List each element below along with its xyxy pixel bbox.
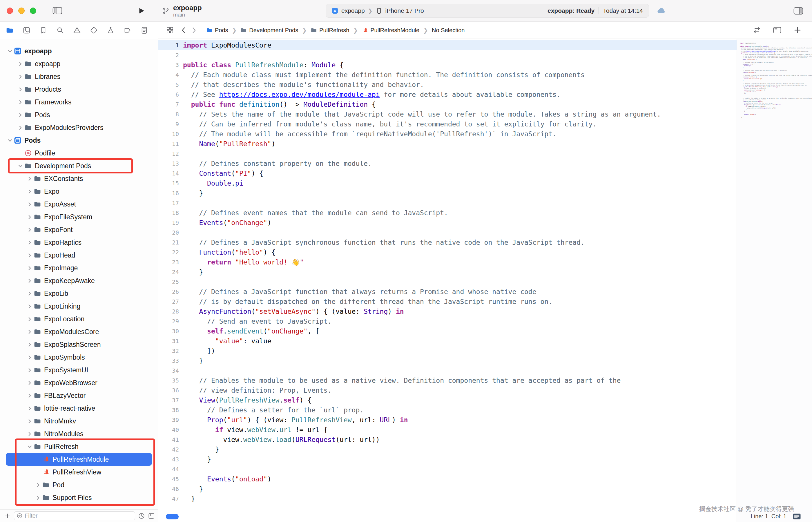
- code-line[interactable]: [183, 277, 737, 287]
- line-number[interactable]: 39: [158, 415, 183, 425]
- line-number[interactable]: 7: [158, 99, 183, 109]
- line-number[interactable]: 33: [158, 356, 183, 366]
- close-button[interactable]: [7, 7, 13, 14]
- code-line[interactable]: // Send an event to JavaScript.: [183, 316, 737, 326]
- code-line[interactable]: // Defines event names that the module c…: [183, 208, 737, 218]
- code-area[interactable]: 1234567891011121314151617181920212223242…: [158, 39, 737, 522]
- navigator-tab-source-control[interactable]: [23, 26, 31, 34]
- line-number[interactable]: 26: [158, 287, 183, 297]
- line-number[interactable]: 43: [158, 455, 183, 464]
- tree-item-expowebbrowser[interactable]: ExpoWebBrowser: [6, 377, 152, 389]
- breadcrumb-item-no-selection[interactable]: No Selection: [432, 27, 465, 34]
- code-line[interactable]: return "Hello world! 👋": [183, 257, 737, 267]
- chevron-right-icon[interactable]: [26, 368, 33, 373]
- chevron-right-icon[interactable]: [26, 304, 33, 308]
- minimize-button[interactable]: [18, 7, 25, 14]
- code-line[interactable]: self.sendEvent("onChange", [: [183, 326, 737, 336]
- code-line[interactable]: [183, 198, 737, 208]
- chevron-right-icon[interactable]: [26, 228, 33, 232]
- tree-item-development-pods[interactable]: Development Pods: [6, 160, 152, 172]
- tree-item-pullrefreshmodule[interactable]: PullRefreshModule: [6, 453, 152, 466]
- tree-item-exconstants[interactable]: EXConstants: [6, 172, 152, 185]
- tree-item-podfile[interactable]: Podfile: [6, 147, 152, 160]
- tree-item-exposystemui[interactable]: ExpoSystemUI: [6, 364, 152, 377]
- tree-item-expolib[interactable]: ExpoLib: [6, 287, 152, 300]
- breadcrumb-item-pods[interactable]: Pods: [206, 27, 228, 34]
- line-number[interactable]: 35: [158, 376, 183, 385]
- code-line[interactable]: // is by default dispatched on the diffe…: [183, 297, 737, 306]
- code-line[interactable]: ]): [183, 346, 737, 356]
- run-button[interactable]: [137, 6, 146, 15]
- line-number[interactable]: 19: [158, 218, 183, 228]
- line-number[interactable]: 31: [158, 336, 183, 346]
- line-number[interactable]: 32: [158, 346, 183, 356]
- status-doc-icon[interactable]: [793, 513, 801, 520]
- code-line[interactable]: // Enables the module to be used as a na…: [183, 376, 737, 385]
- line-number[interactable]: 46: [158, 484, 183, 494]
- chevron-right-icon[interactable]: [17, 75, 24, 79]
- code-line[interactable]: // Defines constant property on the modu…: [183, 159, 737, 168]
- code-line[interactable]: Double.pi: [183, 178, 737, 188]
- line-number[interactable]: 23: [158, 257, 183, 267]
- chevron-down-icon[interactable]: [6, 138, 13, 143]
- code-line[interactable]: }: [183, 188, 737, 198]
- chevron-right-icon[interactable]: [17, 62, 24, 66]
- code-line[interactable]: // Defines a JavaScript synchronous func…: [183, 238, 737, 247]
- chevron-right-icon[interactable]: [26, 240, 33, 245]
- line-number[interactable]: 37: [158, 395, 183, 405]
- chevron-right-icon[interactable]: [26, 177, 33, 181]
- code-line[interactable]: "value": value: [183, 336, 737, 346]
- chevron-right-icon[interactable]: [26, 419, 33, 423]
- tree-item-fblazyvector[interactable]: FBLazyVector: [6, 389, 152, 402]
- line-number[interactable]: 5: [158, 80, 183, 89]
- chevron-right-icon[interactable]: [26, 355, 33, 360]
- line-number[interactable]: 40: [158, 425, 183, 435]
- code-line[interactable]: }: [183, 455, 737, 464]
- line-number[interactable]: 29: [158, 316, 183, 326]
- tree-item-expofont[interactable]: ExpoFont: [6, 223, 152, 236]
- code-line[interactable]: Events("onLoad"): [183, 474, 737, 484]
- code-line[interactable]: Function("hello") {: [183, 247, 737, 257]
- tree-item-expolocation[interactable]: ExpoLocation: [6, 313, 152, 325]
- line-number[interactable]: 14: [158, 168, 183, 178]
- line-number[interactable]: 15: [158, 178, 183, 188]
- add-editor-icon[interactable]: [793, 26, 801, 34]
- line-number[interactable]: 16: [158, 188, 183, 198]
- code-line[interactable]: }: [183, 267, 737, 277]
- tree-item-expo[interactable]: Expo: [6, 185, 152, 198]
- chevron-right-icon[interactable]: [26, 342, 33, 347]
- chevron-right-icon[interactable]: [26, 253, 33, 258]
- line-number[interactable]: 41: [158, 435, 183, 445]
- line-number[interactable]: 12: [158, 149, 183, 159]
- line-number[interactable]: 20: [158, 228, 183, 238]
- code-line[interactable]: View(PullRefreshView.self) {: [183, 395, 737, 405]
- navigator-tab-tests[interactable]: [90, 26, 98, 34]
- chevron-down-icon[interactable]: [17, 164, 24, 168]
- zoom-button[interactable]: [30, 7, 36, 14]
- chevron-right-icon[interactable]: [26, 215, 33, 219]
- code-line[interactable]: view.webView.load(URLRequest(url: url)): [183, 435, 737, 445]
- chevron-right-icon[interactable]: [35, 483, 41, 487]
- code-line[interactable]: public class PullRefreshModule: Module {: [183, 60, 737, 70]
- code-line[interactable]: // See https://docs.expo.dev/modules/mod…: [183, 89, 737, 99]
- line-number[interactable]: 30: [158, 326, 183, 336]
- line-number[interactable]: 11: [158, 139, 183, 149]
- line-number[interactable]: 13: [158, 159, 183, 168]
- filter-input[interactable]: [25, 513, 133, 519]
- chevron-right-icon[interactable]: [17, 87, 24, 92]
- line-number[interactable]: 8: [158, 109, 183, 119]
- chevron-right-icon[interactable]: [26, 394, 33, 398]
- line-number[interactable]: 28: [158, 306, 183, 316]
- line-number[interactable]: 3: [158, 60, 183, 70]
- line-number[interactable]: 17: [158, 198, 183, 208]
- line-number[interactable]: 24: [158, 267, 183, 277]
- chevron-right-icon[interactable]: [26, 202, 33, 206]
- tree-item-expofilesystem[interactable]: ExpoFileSystem: [6, 210, 152, 223]
- chevron-right-icon[interactable]: [17, 125, 24, 130]
- toggle-left-sidebar-icon[interactable]: [53, 7, 62, 15]
- chevron-down-icon[interactable]: [26, 445, 33, 449]
- line-number[interactable]: 4: [158, 70, 183, 80]
- related-items-icon[interactable]: [166, 26, 174, 34]
- code-line[interactable]: Name("PullRefresh"): [183, 139, 737, 149]
- tree-item-expoapp[interactable]: expoapp: [6, 45, 152, 57]
